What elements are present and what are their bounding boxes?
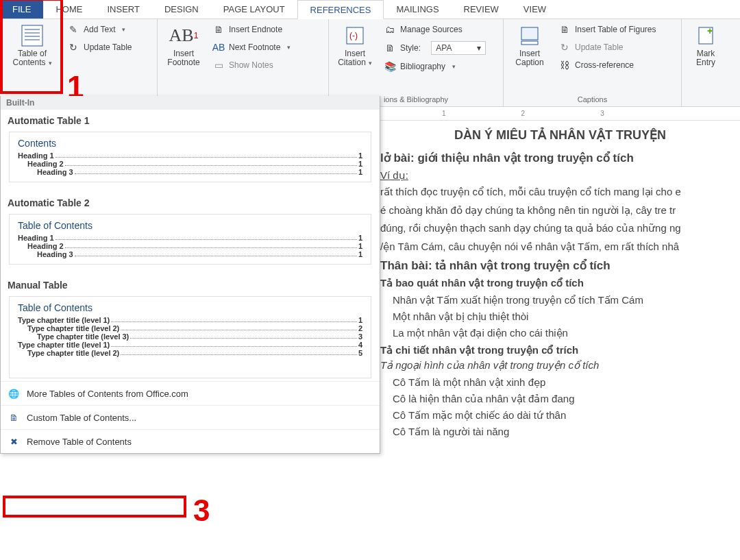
toc-manual-header[interactable]: Manual Table xyxy=(1,274,380,293)
doc-li3: La một nhân vật đại diện cho cái thiện xyxy=(393,325,740,341)
svg-rect-7 xyxy=(521,27,538,40)
svg-text:+: + xyxy=(707,25,713,36)
remove-toc-icon: ✖ xyxy=(8,435,20,448)
table-of-contents-button[interactable]: Table of Contents xyxy=(5,22,59,94)
mark-entry-button[interactable]: + Mark Entry xyxy=(687,22,724,94)
doc-example-label: Ví dụ: xyxy=(380,169,740,182)
update-table2-button[interactable]: ↻Update Table xyxy=(556,40,659,55)
bibliography-icon: 📚 xyxy=(384,60,396,73)
update2-icon: ↻ xyxy=(558,41,571,53)
auto1-contents-title: Contents xyxy=(18,138,362,149)
show-notes-button[interactable]: ▭Show Notes xyxy=(210,58,293,73)
bibliography-button[interactable]: 📚Bibliography xyxy=(381,59,489,74)
svg-rect-8 xyxy=(521,41,538,45)
tab-page-layout[interactable]: PAGE LAYOUT xyxy=(211,0,297,19)
doc-h3: Tả bao quát nhân vật trong truyện cổ tíc… xyxy=(380,277,740,289)
cross-reference-button[interactable]: ⛓Cross-reference xyxy=(556,58,659,73)
remove-toc[interactable]: ✖Remove Table of Contents xyxy=(1,429,380,453)
svg-text:(-): (-) xyxy=(349,31,358,40)
toc-auto1-preview[interactable]: Contents Heading 11 Heading 21 Heading 3… xyxy=(9,132,371,182)
update-icon: ↻ xyxy=(67,41,79,53)
doc-li7: Cô Tấm là người tài năng xyxy=(393,424,740,440)
update-table-button[interactable]: ↻Update Table xyxy=(64,40,135,55)
tof-icon: 🗎 xyxy=(558,23,571,36)
toc-auto2-preview[interactable]: Table of Contents Heading 11 Heading 21 … xyxy=(9,214,371,265)
group-captions-label: Captions xyxy=(509,94,676,105)
tab-references[interactable]: REFERENCES xyxy=(297,0,384,19)
citation-icon: (-) xyxy=(343,23,367,48)
doc-h1: lở bài: giới thiệu nhân vật trong truyện… xyxy=(380,151,740,165)
manage-sources-icon: 🗂 xyxy=(384,23,396,36)
tab-home[interactable]: HOME xyxy=(43,0,95,19)
doc-h2: Thân bài: tả nhân vật trong truyện cổ tí… xyxy=(380,258,740,273)
custom-toc-icon: 🗎 xyxy=(8,411,20,424)
tab-insert[interactable]: INSERT xyxy=(95,0,151,19)
doc-li1: Nhân vật Tấm xuất hiện trong truyện cổ t… xyxy=(393,292,740,308)
toc-label: Table of Contents xyxy=(12,49,51,67)
doc-p1: rất thích đọc truyện cổ tích, mỗi câu tr… xyxy=(380,184,740,200)
footnote-icon: AB1 xyxy=(171,23,196,48)
doc-li6: Cô Tấm mặc một chiếc áo dài tứ thân xyxy=(393,407,740,424)
tab-design[interactable]: DESIGN xyxy=(152,0,211,19)
next-footnote-icon: AB xyxy=(212,41,225,53)
manage-sources-button[interactable]: 🗂Manage Sources xyxy=(381,22,489,37)
toc-auto2-header[interactable]: Automatic Table 2 xyxy=(1,192,380,211)
insert-caption-button[interactable]: Insert Caption xyxy=(509,22,550,94)
toc-dropdown: Built-In Automatic Table 1 Contents Head… xyxy=(0,96,380,454)
insert-footnote-button[interactable]: AB1 Insert Footnote xyxy=(163,22,204,94)
doc-p3: đúng, rồi chuyện thạch sanh dạy chúng ta… xyxy=(380,221,740,236)
mark-entry-icon: + xyxy=(693,23,718,48)
doc-h4: Tả chi tiết nhân vật trong truyện cổ trí… xyxy=(380,344,740,356)
add-text-button[interactable]: ✎Add Text xyxy=(64,22,135,37)
insert-citation-button[interactable]: (-) Insert Citation xyxy=(334,22,375,94)
ruler: 123 xyxy=(380,107,740,121)
doc-p2: é choàng khăn đỏ dạy chúng ta không nên … xyxy=(380,203,740,219)
next-footnote-button[interactable]: ABNext Footnote xyxy=(210,40,293,55)
add-text-icon: ✎ xyxy=(67,23,79,36)
auto2-title: Table of Contents xyxy=(18,220,362,231)
svg-rect-0 xyxy=(22,25,42,46)
menu-tabs: FILE HOME INSERT DESIGN PAGE LAYOUT REFE… xyxy=(0,0,740,19)
doc-p4: /ện Tâm Cám, câu chuyện nói về nhân vật … xyxy=(380,239,740,255)
document-area: 123 DÀN Ý MIÊU TẢ NHÂN VẬT TRUYỆN lở bài… xyxy=(380,107,740,560)
office-icon: 🌐 xyxy=(8,387,20,400)
doc-li2: Một nhân vật bị chịu thiệt thòi xyxy=(393,308,740,325)
endnote-icon: 🗎 xyxy=(212,23,225,36)
toc-auto1-header[interactable]: Automatic Table 1 xyxy=(1,110,380,129)
doc-li5: Cô là hiện thân của nhân vật đảm đang xyxy=(393,391,740,407)
document-content[interactable]: DÀN Ý MIÊU TẢ NHÂN VẬT TRUYỆN lở bài: gi… xyxy=(380,121,740,440)
tab-review[interactable]: REVIEW xyxy=(452,0,511,19)
style-icon: 🗎 xyxy=(384,42,396,54)
manual-title: Table of Contents xyxy=(18,302,362,313)
tab-file[interactable]: FILE xyxy=(0,0,43,19)
callout-3: 3 xyxy=(193,494,210,528)
caption-icon xyxy=(517,23,542,48)
custom-toc[interactable]: 🗎Custom Table of Contents... xyxy=(1,405,380,429)
insert-endnote-button[interactable]: 🗎Insert Endnote xyxy=(210,22,293,37)
insert-tof-button[interactable]: 🗎Insert Table of Figures xyxy=(556,22,659,37)
crossref-icon: ⛓ xyxy=(558,59,571,71)
ribbon: Table of Contents ✎Add Text ↻Update Tabl… xyxy=(0,19,740,107)
toc-icon xyxy=(20,23,45,48)
doc-li4: Cô Tấm là một nhân vật xinh đẹp xyxy=(393,374,740,391)
doc-title: DÀN Ý MIÊU TẢ NHÂN VẬT TRUYỆN xyxy=(380,127,740,143)
dropdown-section-builtin: Built-In xyxy=(1,96,380,110)
toc-manual-preview[interactable]: Table of Contents Type chapter title (le… xyxy=(9,296,371,378)
tab-mailings[interactable]: MAILINGS xyxy=(384,0,451,19)
style-select[interactable]: 🗎Style: APA▾ xyxy=(381,40,489,56)
doc-h5: Tả ngoại hình của nhân vật trong truyện … xyxy=(380,359,740,372)
annotation-box-3 xyxy=(3,496,186,518)
show-notes-icon: ▭ xyxy=(212,59,225,71)
more-toc-office[interactable]: 🌐More Tables of Contents from Office.com xyxy=(1,381,380,405)
tab-view[interactable]: VIEW xyxy=(511,0,558,19)
